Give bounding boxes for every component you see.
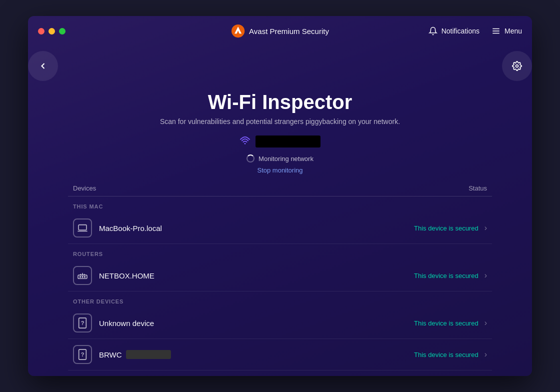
device-name-brwc-container: BRWC bbox=[99, 350, 414, 359]
device-name-macbook: MacBook-Pro.local bbox=[99, 224, 414, 232]
unknown-device-2-icon: ? bbox=[73, 345, 92, 364]
monitoring-text: Monitoring network bbox=[258, 155, 314, 162]
device-name-unknown: Unknown device bbox=[99, 319, 414, 328]
network-status-bar bbox=[68, 136, 492, 148]
main-content: Wi-Fi Inspector Scan for vulnerabilities… bbox=[28, 91, 532, 376]
chevron-right-icon: › bbox=[484, 318, 487, 328]
bell-icon bbox=[428, 26, 438, 36]
gear-icon bbox=[512, 61, 522, 71]
table-row[interactable]: MacBook-Pro.local This device is secured… bbox=[68, 212, 492, 244]
status-column-label: Status bbox=[468, 184, 487, 192]
svg-text:?: ? bbox=[81, 320, 84, 326]
nav-area bbox=[28, 46, 532, 86]
svg-rect-6 bbox=[78, 225, 86, 230]
title-right: Notifications Menu bbox=[428, 26, 522, 36]
device-status-macbook: This device is secured bbox=[414, 224, 478, 232]
device-status-router: This device is secured bbox=[414, 272, 478, 280]
table-row[interactable]: ? BRWC This device is secured › bbox=[68, 339, 492, 370]
close-button[interactable] bbox=[38, 28, 44, 34]
notifications-label: Notifications bbox=[442, 27, 480, 35]
chevron-right-icon: › bbox=[484, 350, 487, 359]
svg-point-8 bbox=[80, 276, 81, 278]
monitoring-status: Monitoring network bbox=[68, 154, 492, 162]
app-name-label: Avast Premium Security bbox=[249, 27, 329, 36]
stop-monitoring-link[interactable]: Stop monitoring bbox=[257, 166, 302, 174]
settings-button[interactable] bbox=[502, 51, 532, 81]
chevron-left-icon bbox=[38, 61, 48, 71]
notifications-button[interactable]: Notifications bbox=[428, 26, 480, 36]
device-status-brwc: This device is secured bbox=[414, 351, 478, 358]
maximize-button[interactable] bbox=[59, 28, 66, 34]
router-icon bbox=[73, 266, 92, 285]
stop-monitoring-container: Stop monitoring bbox=[68, 166, 492, 174]
device-name-brwc: BRWC bbox=[99, 350, 122, 359]
device-name-router: NETBOX.HOME bbox=[99, 272, 414, 280]
menu-icon bbox=[492, 26, 500, 36]
menu-button[interactable]: Menu bbox=[492, 26, 522, 36]
app-window: Avast Premium Security Notifications Men… bbox=[28, 16, 532, 376]
table-row[interactable]: ? This device is secured › bbox=[68, 370, 492, 376]
menu-label: Menu bbox=[504, 27, 522, 35]
section-other-devices: OTHER DEVICES bbox=[68, 292, 492, 308]
avast-logo-icon bbox=[231, 24, 245, 38]
page-subtitle: Scan for vulnerabilities and potential s… bbox=[68, 118, 492, 126]
svg-point-10 bbox=[84, 276, 86, 278]
brwc-name-redacted bbox=[126, 350, 171, 359]
devices-column-label: Devices bbox=[73, 184, 96, 192]
back-button[interactable] bbox=[28, 51, 58, 81]
svg-point-0 bbox=[232, 24, 244, 38]
network-name-redacted bbox=[256, 136, 320, 148]
svg-point-4 bbox=[516, 65, 518, 68]
loading-spinner bbox=[246, 154, 254, 162]
page-title: Wi-Fi Inspector bbox=[68, 91, 492, 114]
minimize-button[interactable] bbox=[48, 28, 55, 34]
unknown-device-icon: ? bbox=[73, 314, 92, 332]
title-bar: Avast Premium Security Notifications Men… bbox=[28, 16, 532, 46]
section-routers: ROUTERS bbox=[68, 244, 492, 260]
chevron-right-icon: › bbox=[484, 271, 487, 280]
table-row[interactable]: ? Unknown device This device is secured … bbox=[68, 308, 492, 339]
chevron-right-icon: › bbox=[484, 224, 487, 232]
devices-table-header: Devices Status bbox=[68, 184, 492, 196]
svg-point-5 bbox=[244, 142, 246, 144]
traffic-lights bbox=[38, 28, 66, 34]
app-title-center: Avast Premium Security bbox=[231, 24, 329, 38]
section-this-mac: THIS MAC bbox=[68, 196, 492, 212]
laptop-icon bbox=[73, 218, 92, 238]
svg-point-9 bbox=[82, 276, 83, 278]
wifi-icon bbox=[240, 136, 250, 148]
device-status-unknown: This device is secured bbox=[414, 320, 478, 327]
table-row[interactable]: NETBOX.HOME This device is secured › bbox=[68, 260, 492, 292]
svg-text:?: ? bbox=[81, 352, 84, 358]
